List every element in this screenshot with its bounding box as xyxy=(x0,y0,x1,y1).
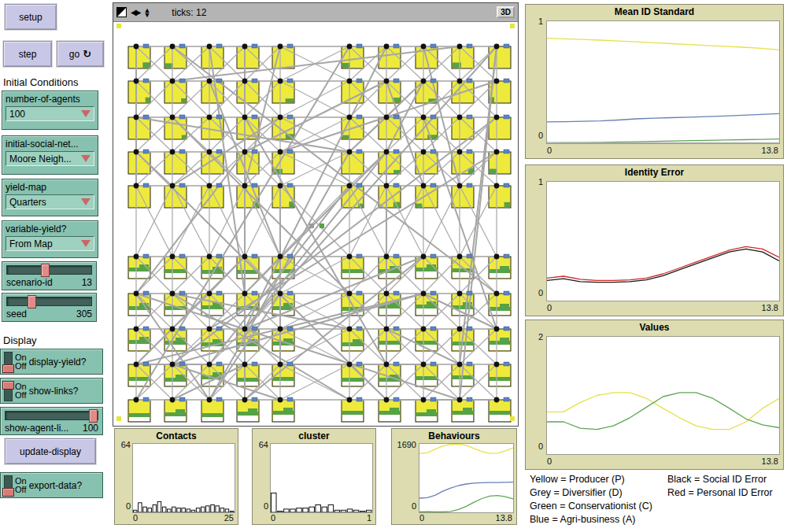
legend-line: Red = Personal ID Error xyxy=(667,486,773,500)
plot-identity-error: Identity Error 1 0 0 13.8 xyxy=(525,164,784,316)
chooser-value[interactable]: 100 xyxy=(6,106,94,121)
chooser-label: number-of-agents xyxy=(6,94,94,105)
y-axis-min: 0 xyxy=(254,501,268,511)
setup-button-label: setup xyxy=(19,12,42,23)
slider-groove[interactable] xyxy=(6,265,92,275)
slider-label: show-agent-li... xyxy=(5,423,68,434)
chooser-number-of-agents[interactable]: number-of-agents 100 xyxy=(2,91,98,130)
legend-line: Yellow = Producer (P) xyxy=(530,473,652,486)
plot-contacts: Contacts 64 0 0 25 xyxy=(114,428,238,525)
chevron-down-icon xyxy=(81,155,91,162)
switch-show-links[interactable]: OnOff show-links? xyxy=(0,378,103,404)
x-axis-min: 0 xyxy=(547,456,552,466)
netlogo-app: { "control_bar": {"setup": "setup", "ste… xyxy=(0,0,787,532)
legend-line: Black = Social ID Error xyxy=(667,473,773,486)
y-axis-max: 1 xyxy=(527,177,543,187)
switch-label: show-links? xyxy=(29,386,79,397)
y-axis-max: 1 xyxy=(527,17,543,26)
y-axis-min: 0 xyxy=(527,131,543,140)
plot-cluster: cluster 64 0 0 1 xyxy=(252,428,376,525)
chooser-value[interactable]: Quarters xyxy=(6,194,94,209)
switch-handle[interactable] xyxy=(2,364,14,373)
switch-label: display-yield? xyxy=(29,357,87,368)
switch-handle[interactable] xyxy=(2,381,14,390)
chooser-yield-map[interactable]: yield-map Quarters xyxy=(2,179,98,216)
slider-value: 100 xyxy=(83,423,98,434)
plot-title: cluster xyxy=(253,430,375,441)
plot-mean-id-standard: Mean ID Standard 1 0 0 13.8 xyxy=(525,4,784,159)
switch-track[interactable] xyxy=(4,381,13,401)
3d-view-button[interactable]: 3D xyxy=(497,6,515,18)
slider-show-agent-links[interactable]: show-agent-li...100 xyxy=(0,407,103,435)
horizontal-arrows-icon[interactable]: ◀▶ xyxy=(131,8,139,17)
plot-canvas xyxy=(547,337,779,454)
update-display-label: update-display xyxy=(20,446,81,457)
world-view[interactable] xyxy=(115,22,516,423)
plot-canvas xyxy=(133,444,235,512)
chooser-variable-yield[interactable]: variable-yield? From Map xyxy=(2,220,98,258)
setup-button[interactable]: setup xyxy=(5,4,57,30)
agents-network-canvas xyxy=(115,22,516,423)
section-initial-conditions: Initial Conditions xyxy=(3,76,78,88)
slider-groove[interactable] xyxy=(6,297,92,306)
switch-onoff-labels: OnOff xyxy=(15,477,27,494)
x-axis-max: 1 xyxy=(348,513,371,523)
plot-behaviours: Behaviours 1690 0 0 13.8 xyxy=(391,428,517,525)
go-button-label: go xyxy=(69,49,79,60)
legend-behaviour-colors: Yellow = Producer (P) Grey = Diversifier… xyxy=(530,473,652,526)
y-axis-min: 0 xyxy=(527,288,543,297)
switch-track[interactable] xyxy=(4,475,13,496)
x-axis-min: 0 xyxy=(419,513,424,523)
slider-groove[interactable] xyxy=(5,411,98,420)
go-button[interactable]: go↻ xyxy=(57,41,104,67)
chooser-value[interactable]: From Map xyxy=(6,236,94,251)
chooser-initial-social-network[interactable]: initial-social-net... Moore Neigh... xyxy=(2,135,98,175)
switch-label: export-data? xyxy=(29,480,82,491)
chevron-down-icon xyxy=(81,110,91,117)
plot-canvas xyxy=(547,21,779,143)
x-axis-max: 13.8 xyxy=(753,146,778,155)
world-corner-patch xyxy=(510,24,515,28)
switch-onoff-labels: OnOff xyxy=(15,353,27,371)
y-axis-max: 1690 xyxy=(392,440,416,449)
switch-display-yield[interactable]: OnOff display-yield? xyxy=(0,349,103,375)
plot-canvas xyxy=(271,444,372,512)
switch-handle[interactable] xyxy=(2,488,14,497)
plot-values: Values 2 0 0 13.8 xyxy=(525,320,784,470)
switch-onoff-labels: OnOff xyxy=(15,382,27,400)
x-axis-min: 0 xyxy=(271,513,275,523)
x-axis-max: 25 xyxy=(210,513,234,523)
slider-scenario-id[interactable]: scenario-id13 xyxy=(2,261,97,290)
x-axis-min: 0 xyxy=(133,513,138,523)
y-axis-max: 64 xyxy=(254,440,268,449)
resize-view-icon[interactable] xyxy=(116,7,127,17)
y-axis-max: 2 xyxy=(527,332,543,342)
chevron-down-icon xyxy=(81,198,91,205)
vertical-arrows-icon[interactable]: ▲▼ xyxy=(143,8,150,17)
plot-title: Mean ID Standard xyxy=(526,6,783,17)
slider-label: scenario-id xyxy=(6,277,53,288)
y-axis-min: 0 xyxy=(116,501,131,511)
world-toolbar: ◀▶ ▲▼ ticks: 12 3D xyxy=(113,3,518,22)
chooser-label: initial-social-net... xyxy=(6,139,94,150)
slider-seed[interactable]: seed305 xyxy=(2,293,97,322)
plot-title: Values xyxy=(526,322,783,333)
switch-export-data[interactable]: OnOff export-data? xyxy=(0,472,103,498)
slider-handle[interactable] xyxy=(89,409,98,423)
step-button[interactable]: step xyxy=(3,41,52,67)
y-axis-min: 0 xyxy=(527,441,543,451)
plot-canvas xyxy=(419,444,513,512)
slider-value: 305 xyxy=(76,308,92,320)
chooser-value[interactable]: Moore Neigh... xyxy=(6,151,94,166)
slider-handle[interactable] xyxy=(41,264,50,277)
slider-label: seed xyxy=(6,308,27,320)
y-axis-max: 64 xyxy=(116,440,131,449)
switch-track[interactable] xyxy=(4,352,13,372)
x-axis-min: 0 xyxy=(547,303,552,312)
chooser-label: variable-yield? xyxy=(6,224,94,235)
slider-handle[interactable] xyxy=(28,295,36,308)
legend-line: Green = Conservationist (C) xyxy=(530,500,652,513)
x-axis-min: 0 xyxy=(547,146,552,155)
plot-title: Identity Error xyxy=(526,167,783,178)
update-display-button[interactable]: update-display xyxy=(5,438,96,464)
